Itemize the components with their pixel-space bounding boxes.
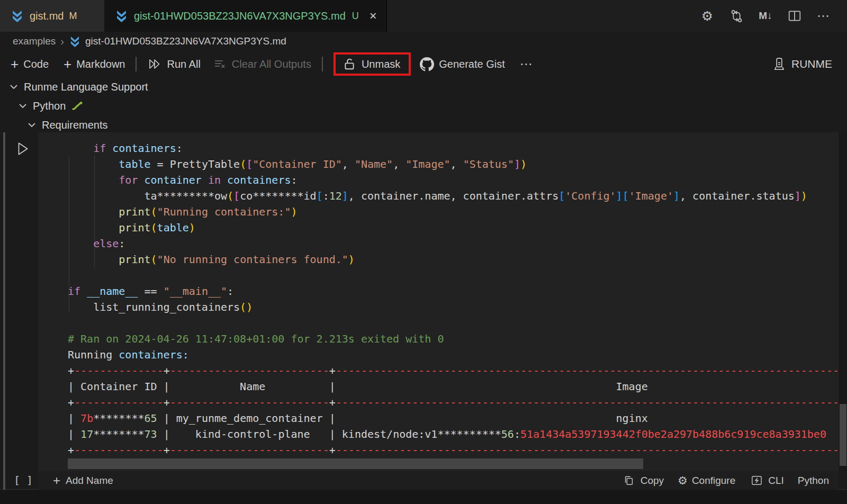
code-token <box>221 174 227 186</box>
plus-icon: + <box>64 57 71 71</box>
split-editor-icon[interactable] <box>787 8 802 23</box>
copy-label: Copy <box>641 475 664 487</box>
code-token: [ <box>623 190 629 202</box>
code-line: # Ran on 2024-04-26 11:47:08+01:00 for 2… <box>68 331 838 347</box>
vertical-scrollbar[interactable] <box>840 404 846 466</box>
markdown-preview-icon[interactable]: M↓ <box>758 8 773 23</box>
tab-gist-md[interactable]: gist.md M <box>0 0 104 32</box>
run-all-button[interactable]: Run All <box>147 57 200 71</box>
code-token: | <box>68 428 80 440</box>
generate-gist-button[interactable]: Generate Gist <box>419 57 505 71</box>
code-token: + <box>68 444 74 456</box>
code-token: , <box>393 158 406 170</box>
unmask-button[interactable]: Unmask <box>334 52 411 76</box>
code-editor[interactable]: if containers: table = PrettyTable(["Con… <box>68 140 838 458</box>
code-token: ] <box>514 158 520 170</box>
code-token: + <box>329 444 336 456</box>
close-icon[interactable]: × <box>370 10 377 22</box>
gear-icon[interactable]: ⚙ <box>700 8 715 23</box>
code-line: else: <box>68 236 838 251</box>
code-token: : <box>227 285 233 298</box>
code-token: ) <box>801 190 807 202</box>
code-token: print <box>119 205 150 218</box>
code-line: print("Running containers:") <box>68 204 838 220</box>
notebook-cell: if containers: table = PrettyTable(["Con… <box>0 132 847 490</box>
code-token: | kind-control-plane | kindest/node:v1**… <box>157 428 501 440</box>
run-cell-button[interactable] <box>16 141 30 157</box>
tab-bar: gist.md M gist-01HWD053BZ23JN6VA7X3NGP3Y… <box>0 0 847 32</box>
code-token: + <box>329 364 336 377</box>
code-token: , container.status <box>680 190 795 202</box>
toolbar-more-icon[interactable]: ⋯ <box>520 57 534 71</box>
add-name-button[interactable]: + Add Name <box>53 473 113 488</box>
breadcrumb-file[interactable]: gist-01HWD053BZ23JN6VA7X3NGP3YS.md <box>85 35 286 47</box>
snake-icon <box>71 98 84 113</box>
runme-kernel-button[interactable]: RUNME <box>772 57 832 71</box>
code-token: 65 <box>145 412 157 425</box>
configure-button[interactable]: ⚙ Configure <box>678 474 735 487</box>
add-markdown-label: Markdown <box>76 58 125 70</box>
tab-label: gist.md <box>30 10 64 22</box>
copy-icon <box>621 473 636 488</box>
compare-changes-icon[interactable] <box>729 8 744 23</box>
add-code-cell-button[interactable]: + Code <box>11 57 49 71</box>
code-token: + <box>164 364 170 377</box>
code-token: , container.name, container.attrs <box>348 190 558 202</box>
code-token: co********id <box>240 190 317 202</box>
outline-item-requirements[interactable]: Requirements <box>0 115 847 134</box>
cli-button[interactable]: CLI <box>749 473 784 488</box>
more-actions-icon[interactable]: ⋯ <box>816 8 831 23</box>
code-token: 'Config' <box>565 190 616 202</box>
code-token: ----------------------------------------… <box>336 364 838 377</box>
code-token: ) <box>348 253 355 266</box>
runme-label: RUNME <box>791 58 832 70</box>
kernel-language-label[interactable]: Python <box>798 475 829 487</box>
code-token: : <box>514 428 520 440</box>
unlock-icon <box>342 57 357 71</box>
code-line: print(table) <box>68 220 838 236</box>
code-token: : <box>119 237 125 250</box>
code-token: + <box>164 444 170 456</box>
code-token: + <box>68 396 74 409</box>
code-token: ******** <box>93 412 144 425</box>
code-line: for container in containers: <box>68 172 838 188</box>
code-token <box>68 142 93 155</box>
code-line: print("No running containers found.") <box>68 251 838 267</box>
breadcrumb-folder[interactable]: examples <box>13 35 56 47</box>
code-line: +--------------+------------------------… <box>68 363 838 379</box>
code-token <box>68 237 93 250</box>
code-token: list_running_containers <box>68 301 240 313</box>
code-token: () <box>240 301 253 313</box>
add-name-label: Add Name <box>66 475 113 487</box>
code-token: "Container ID" <box>253 158 342 170</box>
code-line <box>68 315 838 331</box>
outline-item-runme-language-support[interactable]: Runme Language Support <box>0 77 847 96</box>
code-token: ------------------------- <box>170 364 329 377</box>
code-token: = <box>151 158 170 170</box>
code-token: ----------------------------------------… <box>336 396 838 409</box>
copy-button[interactable]: Copy <box>621 473 664 488</box>
runme-file-icon <box>10 8 24 23</box>
code-line: | Container ID | Name | Image <box>68 379 838 394</box>
code-token <box>138 174 144 186</box>
code-token: __name__ <box>87 285 138 298</box>
tab-gist-generated-md[interactable]: gist-01HWD053BZ23JN6VA7X3NGP3YS.md U × <box>104 0 387 32</box>
code-token: ta*********ow <box>68 190 227 202</box>
execution-order-indicator: [ ] <box>14 474 33 487</box>
code-token: ( <box>151 205 157 218</box>
code-token: ) <box>520 158 527 170</box>
horizontal-scrollbar[interactable] <box>68 458 643 469</box>
clear-all-outputs-button[interactable]: Clear All Outputs <box>212 57 311 71</box>
add-markdown-cell-button[interactable]: + Markdown <box>64 57 125 71</box>
code-token: containers <box>112 142 176 155</box>
code-token: "Name" <box>355 158 393 170</box>
code-token <box>68 205 119 218</box>
outline-item-python[interactable]: Python <box>0 96 847 115</box>
code-line <box>68 267 838 283</box>
chevron-down-icon <box>18 98 28 113</box>
code-line: +--------------+------------------------… <box>68 394 838 410</box>
code-token <box>68 174 119 186</box>
code-token: # Ran on 2024-04-26 11:47:08+01:00 for 2… <box>68 332 444 345</box>
plus-icon: + <box>11 57 19 71</box>
code-token: ------------------------- <box>170 396 329 409</box>
